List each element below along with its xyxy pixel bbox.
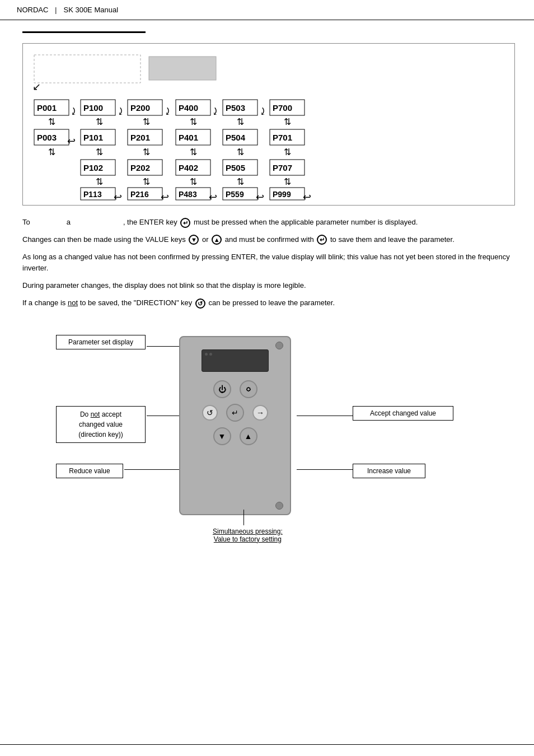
svg-text:P400: P400 (179, 103, 198, 113)
stop-button[interactable]: ⭘ (240, 380, 257, 398)
svg-text:⇅: ⇅ (143, 117, 150, 127)
reduce-value-label: Reduce value (56, 464, 123, 478)
value-up-symbol: ▲ (212, 235, 222, 245)
paragraph-4: During parameter changes, the display do… (22, 280, 512, 292)
keypad-row-3: ▼ ▲ (213, 427, 257, 445)
svg-text:P504: P504 (226, 133, 246, 142)
simultaneous-pressing-label: Simultaneous pressing: Value to factory … (213, 528, 283, 543)
value-factory-text: Value to factory setting (214, 535, 282, 543)
svg-text:↩: ↩ (161, 192, 169, 202)
enter-key-symbol-1: ↵ (180, 218, 190, 228)
not-text: not (68, 298, 78, 307)
text-description-section: To a , the ENTER key ↵ must be pressed w… (22, 217, 512, 309)
section-title-underline (22, 31, 146, 33)
svg-text:⤸: ⤸ (116, 106, 125, 117)
connector-reduce-h (124, 469, 179, 470)
svg-text:P999: P999 (273, 190, 291, 199)
right-button[interactable]: → (252, 405, 268, 421)
svg-text:⤸: ⤸ (211, 106, 219, 117)
svg-text:P113: P113 (83, 190, 102, 199)
param-diagram-box: ↙ P001 ⤸ P100 ⤸ P200 ⤸ (22, 43, 515, 206)
svg-text:P101: P101 (83, 133, 103, 142)
accept-changed-value-label: Accept changed value (353, 406, 453, 421)
dot2 (209, 353, 212, 356)
paragraph-1: To a , the ENTER key ↵ must be pressed w… (22, 217, 512, 228)
page-header: NORDAC | SK 300E Manual (0, 0, 534, 20)
svg-text:⇅: ⇅ (237, 147, 244, 157)
paragraph-3: As long as a changed value has not been … (22, 251, 512, 275)
svg-text:P401: P401 (179, 133, 198, 142)
do-not-accept-label: Do not acceptchanged value(direction key… (56, 406, 146, 443)
svg-text:⇅: ⇅ (284, 117, 291, 127)
svg-text:⇅: ⇅ (237, 177, 244, 186)
svg-text:P216: P216 (130, 190, 149, 199)
subtitle-text: SK 300E Manual (63, 6, 118, 14)
display-dots (202, 350, 268, 358)
svg-text:P505: P505 (226, 163, 245, 172)
svg-text:P001: P001 (37, 103, 57, 113)
svg-text:⇅: ⇅ (96, 147, 103, 157)
svg-text:P707: P707 (273, 163, 292, 172)
svg-text:P559: P559 (226, 190, 244, 199)
svg-text:⇅: ⇅ (284, 177, 291, 186)
connector-increase-h (297, 469, 353, 470)
svg-text:P201: P201 (130, 133, 150, 142)
screw-top (275, 342, 283, 349)
connector-donotaccept-h (147, 416, 179, 416)
direction-button[interactable]: ↺ (202, 405, 218, 421)
svg-text:↩: ↩ (209, 192, 217, 202)
svg-text:⇅: ⇅ (143, 177, 150, 186)
svg-text:↙: ↙ (32, 81, 41, 92)
svg-text:P503: P503 (226, 103, 245, 113)
svg-text:⇅: ⇅ (96, 177, 103, 186)
keypad-row-2: ↺ ↵ → (202, 404, 268, 422)
enter-button[interactable]: ↵ (226, 404, 244, 422)
connector-accept-h (297, 416, 353, 416)
svg-text:P202: P202 (130, 163, 150, 172)
svg-text:P402: P402 (179, 163, 198, 172)
page-content: ↙ P001 ⤸ P100 ⤸ P200 ⤸ (0, 20, 534, 571)
simultaneous-title: Simultaneous pressing: (213, 528, 283, 535)
svg-text:⤸: ⤸ (259, 106, 267, 117)
keypad-container: Parameter set display ⏻ (22, 319, 515, 543)
svg-text:P102: P102 (83, 163, 103, 172)
svg-text:⇅: ⇅ (190, 177, 197, 186)
brand-text: NORDAC (17, 6, 48, 14)
keypad-diagram-section: Parameter set display ⏻ (22, 319, 512, 554)
param-set-display-label: Parameter set display (56, 335, 146, 349)
power-button[interactable]: ⏻ (213, 380, 231, 398)
enter-key-symbol-2: ↵ (317, 235, 327, 245)
svg-text:⇅: ⇅ (237, 117, 244, 127)
svg-rect-2 (149, 57, 216, 80)
svg-rect-0 (34, 55, 140, 83)
paragraph-2: Changes can then be made using the VALUE… (22, 234, 512, 246)
svg-text:⇅: ⇅ (284, 147, 291, 157)
down-button[interactable]: ▼ (213, 427, 231, 445)
svg-text:⇅: ⇅ (96, 117, 103, 127)
svg-text:P701: P701 (273, 133, 292, 142)
up-button[interactable]: ▲ (240, 427, 257, 445)
svg-text:↩: ↩ (303, 192, 311, 202)
keypad-display (202, 349, 269, 372)
screw-bottom (275, 502, 283, 510)
param-diagram-svg: ↙ P001 ⤸ P100 ⤸ P200 ⤸ (31, 52, 507, 202)
svg-text:⇅: ⇅ (48, 117, 55, 127)
svg-text:⤸: ⤸ (69, 106, 78, 117)
svg-text:P200: P200 (130, 103, 150, 113)
svg-text:P700: P700 (273, 103, 292, 113)
svg-text:↩: ↩ (114, 192, 122, 202)
svg-text:⤸: ⤸ (163, 106, 172, 117)
dot1 (205, 353, 208, 356)
svg-text:⇅: ⇅ (143, 147, 150, 157)
svg-text:↩: ↩ (256, 192, 264, 202)
svg-text:↩: ↩ (67, 136, 76, 147)
param-diagram-section: ↙ P001 ⤸ P100 ⤸ P200 ⤸ (22, 43, 512, 206)
svg-text:⇅: ⇅ (190, 147, 197, 157)
keypad-buttons-area: ⏻ ⭘ ↺ ↵ → ▼ ▲ (186, 380, 284, 445)
keypad-device: ⏻ ⭘ ↺ ↵ → ▼ ▲ (179, 336, 291, 515)
svg-text:⇅: ⇅ (48, 147, 55, 157)
svg-text:P483: P483 (179, 190, 197, 199)
value-down-symbol: ▼ (189, 235, 199, 245)
svg-text:P003: P003 (37, 133, 57, 142)
svg-text:P100: P100 (83, 103, 103, 113)
